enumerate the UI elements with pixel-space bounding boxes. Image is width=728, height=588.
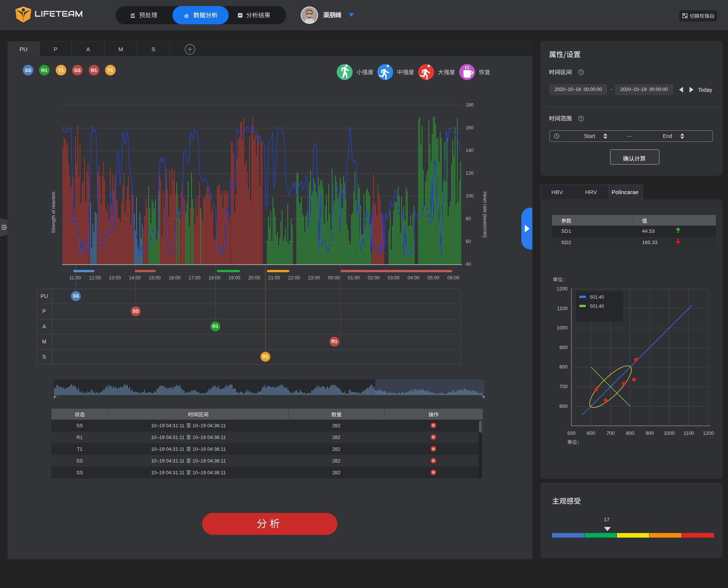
svg-text:02:00: 02:00 bbox=[368, 275, 380, 281]
svg-text:1200: 1200 bbox=[703, 430, 714, 436]
svg-text:900: 900 bbox=[559, 345, 568, 350]
svg-text:15:00: 15:00 bbox=[149, 275, 160, 281]
svg-text:1200: 1200 bbox=[557, 286, 568, 292]
svg-text:600: 600 bbox=[587, 430, 595, 436]
svg-text:1100: 1100 bbox=[684, 430, 694, 436]
svg-text:16:00: 16:00 bbox=[169, 275, 180, 281]
svg-text:06:00: 06:00 bbox=[447, 275, 459, 281]
svg-text:12:00: 12:00 bbox=[89, 275, 101, 281]
svg-text:18:00: 18:00 bbox=[209, 275, 220, 281]
svg-text:03:00: 03:00 bbox=[388, 275, 399, 281]
svg-text:700: 700 bbox=[559, 384, 568, 389]
svg-text:800: 800 bbox=[559, 364, 568, 370]
svg-text:04:00: 04:00 bbox=[408, 275, 419, 281]
svg-text:800: 800 bbox=[626, 430, 634, 436]
svg-text:600: 600 bbox=[559, 403, 568, 409]
svg-text:23:00: 23:00 bbox=[308, 275, 320, 281]
svg-text:14:00: 14:00 bbox=[129, 275, 141, 281]
svg-text:1000: 1000 bbox=[557, 325, 568, 331]
svg-text:1100: 1100 bbox=[557, 306, 568, 311]
svg-text:500: 500 bbox=[567, 430, 576, 436]
svg-text:21:00: 21:00 bbox=[268, 275, 280, 281]
svg-text:11:00: 11:00 bbox=[69, 275, 81, 281]
svg-text:01:00: 01:00 bbox=[348, 275, 359, 281]
svg-text:17:00: 17:00 bbox=[188, 275, 200, 281]
svg-text:501:40: 501:40 bbox=[590, 295, 604, 300]
svg-text:20:00: 20:00 bbox=[248, 275, 260, 281]
svg-text:501:40: 501:40 bbox=[590, 304, 604, 309]
svg-text:900: 900 bbox=[646, 430, 654, 436]
svg-text:19:00: 19:00 bbox=[228, 275, 240, 281]
svg-text:1000: 1000 bbox=[664, 430, 675, 436]
svg-text:13:00: 13:00 bbox=[109, 275, 121, 281]
svg-text:05:00: 05:00 bbox=[427, 275, 439, 281]
svg-text:22:00: 22:00 bbox=[288, 275, 300, 281]
svg-text:00:00: 00:00 bbox=[328, 275, 340, 281]
svg-text:700: 700 bbox=[606, 430, 615, 436]
